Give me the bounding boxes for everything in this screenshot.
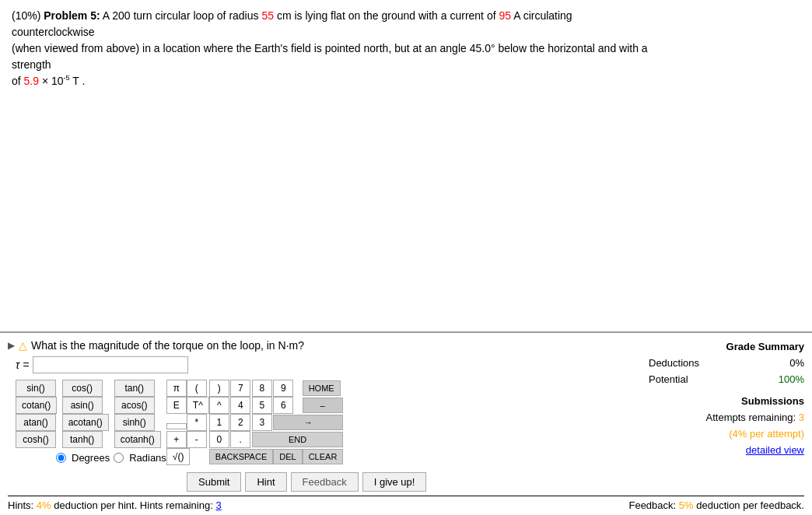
submit-button[interactable]: Submit: [187, 472, 241, 492]
num2-btn[interactable]: 2: [230, 414, 250, 431]
grade-summary: Grade Summary Deductions 0% Potential 10…: [649, 339, 804, 459]
num3-btn[interactable]: 3: [252, 414, 272, 431]
home-btn[interactable]: HOME: [303, 380, 341, 396]
current-value: 95: [499, 9, 511, 22]
warning-icon: △: [19, 339, 27, 352]
problem-label: Problem 5:: [44, 9, 100, 22]
calculator: sin() cos() tan() π ( ) 7 8 9 HOME: [16, 380, 343, 465]
end-btn[interactable]: END: [252, 432, 344, 447]
rparen-btn[interactable]: ): [209, 380, 229, 397]
problem-text3b: (when viewed from above) in a location w…: [12, 42, 648, 71]
backspace-btn[interactable]: BACKSPACE: [209, 449, 273, 464]
tan-btn[interactable]: tan(): [114, 380, 155, 397]
play-icon: ▶: [8, 340, 15, 351]
tanh-btn[interactable]: tanh(): [62, 431, 103, 448]
question-header: ▶ △ What is the magnitude of the torque …: [8, 339, 649, 352]
times-symbol: × 10: [42, 75, 64, 87]
tau-input[interactable]: [33, 356, 188, 373]
acos-btn[interactable]: acos(): [114, 397, 155, 414]
give-up-button[interactable]: I give up!: [362, 472, 427, 492]
radius-value: 55: [261, 9, 274, 22]
t-exp-btn[interactable]: T^: [187, 397, 209, 414]
tau-label: τ =: [16, 359, 29, 371]
per-attempt-row: (4% per attempt): [649, 426, 804, 443]
cotan-btn[interactable]: cotan(): [16, 397, 57, 414]
potential-row: Potential 100%: [649, 372, 804, 388]
num5-btn[interactable]: 5: [252, 397, 272, 414]
problem-text-main: A 200 turn circular loop of radius: [103, 9, 262, 22]
num7-btn[interactable]: 7: [230, 380, 250, 397]
hint-button[interactable]: Hint: [245, 472, 286, 492]
deductions-label: Deductions: [649, 356, 699, 372]
clear-btn[interactable]: CLEAR: [303, 449, 344, 464]
detailed-view-link[interactable]: detailed view: [746, 444, 804, 456]
deductions-value: 0%: [789, 356, 804, 372]
question-label: What is the magnitude of the torque on t…: [31, 339, 304, 352]
degree-radians-row: Degrees Radians: [56, 452, 166, 464]
attempts-text: Attempts remaining:: [706, 412, 796, 423]
submissions-title: Submissions: [649, 394, 804, 410]
atan-btn[interactable]: atan(): [16, 414, 56, 431]
cos-btn[interactable]: cos(): [62, 380, 103, 397]
num4-btn[interactable]: 4: [230, 397, 250, 414]
potential-label: Potential: [649, 372, 688, 388]
hints-left: Hints: 4% deduction per hint. Hints rema…: [8, 499, 222, 511]
deductions-row: Deductions 0%: [649, 356, 804, 372]
sqrt-btn[interactable]: √(): [166, 448, 191, 465]
cotanh-btn[interactable]: cotanh(): [114, 431, 161, 448]
problem-units: T .: [72, 75, 85, 87]
right-arrow-btn[interactable]: →: [273, 415, 343, 430]
del-btn[interactable]: DEL: [273, 449, 302, 464]
num8-btn[interactable]: 8: [252, 380, 272, 397]
hints-remaining-link[interactable]: 3: [215, 499, 221, 511]
feedback-bar-text: deduction per feedback.: [696, 499, 804, 511]
feedback-label: Feedback:: [628, 499, 676, 511]
blank1-btn[interactable]: [166, 423, 187, 429]
feedback-button[interactable]: Feedback: [291, 472, 359, 492]
bottom-panel: ▶ △ What is the magnitude of the torque …: [0, 331, 812, 515]
feedback-deduction: 5%: [679, 499, 694, 511]
strength-exp: -5: [64, 74, 70, 82]
question-area: ▶ △ What is the magnitude of the torque …: [8, 339, 804, 492]
tau-row: τ =: [16, 356, 649, 373]
num1-btn[interactable]: 1: [209, 414, 229, 431]
asin-btn[interactable]: asin(): [62, 397, 103, 414]
num6-btn[interactable]: 6: [273, 397, 293, 414]
problem-text: (10%) Problem 5: A 200 turn circular loo…: [12, 8, 649, 89]
plus-btn[interactable]: +: [166, 431, 187, 448]
lparen-btn[interactable]: (: [187, 380, 207, 397]
multiply-btn[interactable]: *: [187, 414, 207, 431]
num0-btn[interactable]: 0: [209, 431, 229, 448]
cosh-btn[interactable]: cosh(): [16, 431, 56, 448]
minus-grey-btn[interactable]: –: [303, 398, 343, 413]
sinh-btn[interactable]: sinh(): [114, 414, 155, 431]
feedback-right: Feedback: 5% deduction per feedback.: [628, 499, 804, 511]
attempts-row: Attempts remaining: 3: [649, 410, 804, 426]
caret-btn[interactable]: ^: [209, 397, 229, 414]
hints-bar: Hints: 4% deduction per hint. Hints rema…: [8, 496, 804, 511]
pi-btn[interactable]: π: [166, 380, 187, 397]
strength-base: 5.9: [24, 75, 39, 87]
e-btn[interactable]: E: [166, 397, 187, 414]
problem-text2: cm is lying flat on the ground with a cu…: [277, 9, 499, 22]
radians-radio[interactable]: [114, 453, 124, 463]
grade-summary-title: Grade Summary: [649, 339, 804, 356]
hints-label: Hints:: [8, 499, 33, 511]
degrees-radio[interactable]: [56, 453, 66, 463]
hints-deduction: 4%: [37, 499, 51, 511]
problem-text4: of: [12, 75, 24, 87]
num9-btn[interactable]: 9: [273, 380, 293, 397]
minus-btn[interactable]: -: [187, 431, 207, 448]
dot-btn[interactable]: .: [230, 431, 250, 448]
detailed-view-row: detailed view: [649, 443, 804, 459]
submissions-section: Submissions Attempts remaining: 3 (4% pe…: [649, 394, 804, 458]
calc-table: sin() cos() tan() π ( ) 7 8 9 HOME: [16, 380, 343, 465]
question-left: ▶ △ What is the magnitude of the torque …: [8, 339, 649, 492]
acotan-btn[interactable]: acotan(): [62, 414, 109, 431]
problem-percent: (10%): [12, 9, 40, 22]
sin-btn[interactable]: sin(): [16, 380, 56, 397]
main-container: (10%) Problem 5: A 200 turn circular loo…: [0, 0, 812, 515]
per-attempt-text: (4% per attempt): [729, 428, 804, 440]
attempts-value: 3: [799, 412, 804, 423]
degrees-label: Degrees: [72, 452, 110, 464]
